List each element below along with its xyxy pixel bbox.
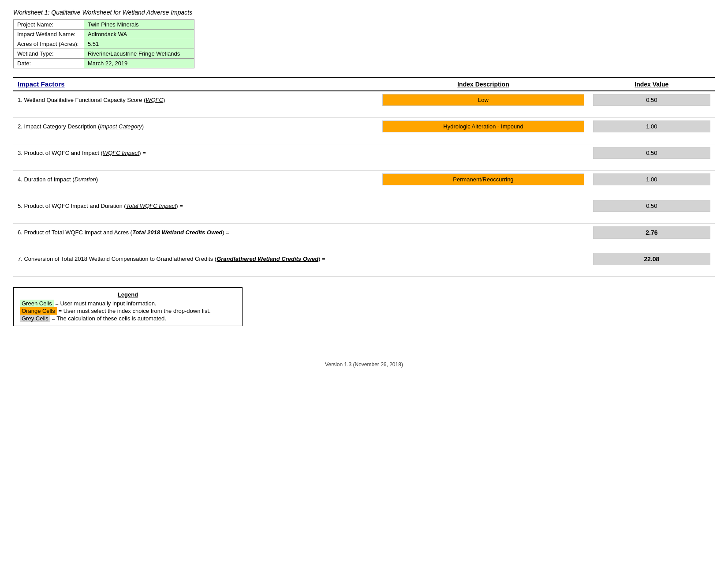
table-row: 3. Product of WQFC and Impact (WQFC Impa… [13,144,715,162]
spacer-cell [13,109,715,118]
impact-wetland-label: Impact Wetland Name: [14,30,84,39]
impact-factors-header: Impact Factors [13,78,378,91]
factor-cell-7: 7. Conversion of Total 2018 Wetland Comp… [13,250,378,268]
value-cell-1: 0.50 [589,91,715,109]
main-table: Impact Factors Index Description Index V… [13,77,715,277]
factor-cell-4: 4. Duration of Impact (Duration) [13,171,378,188]
info-row-wetland: Impact Wetland Name: Adirondack WA [14,30,194,39]
table-row: 6. Product of Total WQFC Impact and Acre… [13,224,715,241]
value-display-5: 0.50 [593,200,710,212]
desc-cell-6 [378,224,588,241]
project-name-value: Twin Pines Minerals [84,20,194,30]
date-value: March 22, 2019 [84,59,194,68]
value-display-3: 0.50 [593,147,710,159]
legend-item-grey: Grey Cells = The calculation of these ce… [20,315,236,322]
acres-label: Acres of Impact (Acres): [14,39,84,49]
desc-value-1[interactable]: Low [382,94,584,106]
legend-section: Legend Green Cells = User must manually … [13,287,243,326]
date-label: Date: [14,59,84,68]
table-header-row: Impact Factors Index Description Index V… [13,78,715,91]
desc-value-2[interactable]: Hydrologic Alteration - Impound [382,120,584,132]
desc-cell-3 [378,144,588,162]
info-row-date: Date: March 22, 2019 [14,59,194,68]
value-cell-2: 1.00 [589,118,715,135]
value-cell-5: 0.50 [589,197,715,215]
value-cell-4: 1.00 [589,171,715,188]
worksheet-title: Worksheet 1: Qualitative Worksheet for W… [13,9,715,16]
factor-cell-5: 5. Product of WQFC Impact and Duration (… [13,197,378,215]
factor-cell-3: 3. Product of WQFC and Impact (WQFC Impa… [13,144,378,162]
value-display-4: 1.00 [593,173,710,185]
desc-value-4[interactable]: Permanent/Reoccurring [382,173,584,185]
value-cell-3: 0.50 [589,144,715,162]
spacer-cell [13,214,715,224]
table-row: 5. Product of WQFC Impact and Duration (… [13,197,715,215]
project-name-label: Project Name: [14,20,84,30]
legend-title: Legend [20,291,236,298]
desc-cell-4[interactable]: Permanent/Reoccurring [378,171,588,188]
spacer-row [13,109,715,118]
wetland-type-value: Riverine/Lacustrine Fringe Wetlands [84,49,194,59]
desc-cell-2[interactable]: Hydrologic Alteration - Impound [378,118,588,135]
desc-cell-7 [378,250,588,268]
spacer-cell [13,162,715,171]
table-row: 4. Duration of Impact (Duration)Permanen… [13,171,715,188]
value-cell-7: 22.08 [589,250,715,268]
value-display-2: 1.00 [593,120,710,132]
spacer-cell [13,135,715,144]
info-table: Project Name: Twin Pines Minerals Impact… [13,19,194,68]
info-row-acres: Acres of Impact (Acres): 5.51 [14,39,194,49]
spacer-cell [13,241,715,250]
wetland-type-label: Wetland Type: [14,49,84,59]
spacer-row [13,135,715,144]
factor-cell-2: 2. Impact Category Description (Impact C… [13,118,378,135]
spacer-row [13,267,715,277]
desc-cell-1[interactable]: Low [378,91,588,109]
index-value-header: Index Value [589,78,715,91]
value-display-6: 2.76 [593,226,710,239]
info-row-wetland-type: Wetland Type: Riverine/Lacustrine Fringe… [14,49,194,59]
value-display-1: 0.50 [593,94,710,106]
acres-value: 5.51 [84,39,194,49]
factor-cell-1: 1. Wetland Qualitative Functional Capaci… [13,91,378,109]
impact-wetland-value: Adirondack WA [84,30,194,39]
value-cell-6: 2.76 [589,224,715,241]
spacer-cell [13,267,715,277]
table-row: 2. Impact Category Description (Impact C… [13,118,715,135]
table-row: 7. Conversion of Total 2018 Wetland Comp… [13,250,715,268]
desc-cell-5 [378,197,588,215]
spacer-cell [13,188,715,197]
table-row: 1. Wetland Qualitative Functional Capaci… [13,91,715,109]
spacer-row [13,188,715,197]
spacer-row [13,241,715,250]
info-row-project: Project Name: Twin Pines Minerals [14,20,194,30]
legend-item-green: Green Cells = User must manually input i… [20,300,236,307]
spacer-row [13,214,715,224]
spacer-row [13,162,715,171]
factor-cell-6: 6. Product of Total WQFC Impact and Acre… [13,224,378,241]
legend-item-orange: Orange Cells = User must select the inde… [20,307,236,315]
value-display-7: 22.08 [593,253,710,265]
footer-version: Version 1.3 (November 26, 2018) [13,361,715,368]
index-description-header: Index Description [378,78,588,91]
